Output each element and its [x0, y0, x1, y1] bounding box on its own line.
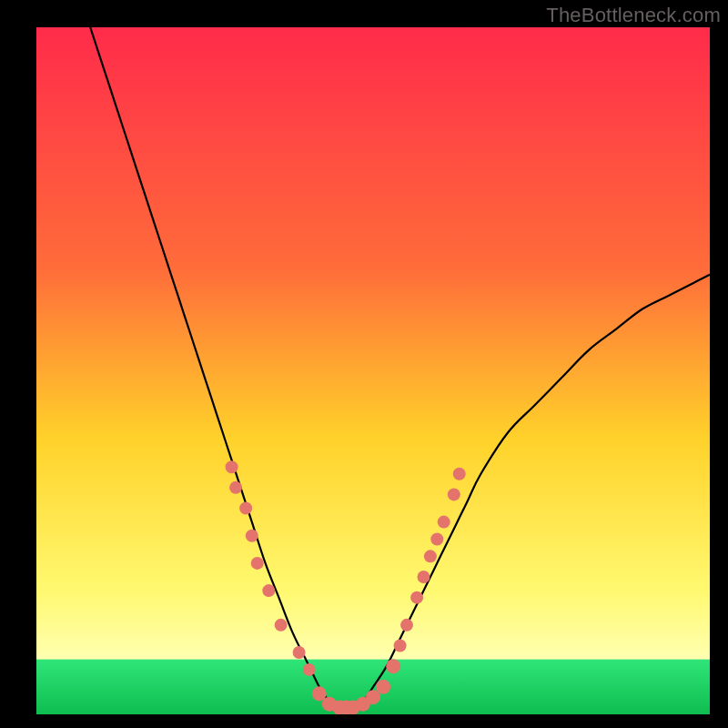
- highlight-dot: [226, 460, 238, 473]
- chart-svg: [36, 27, 710, 714]
- highlight-dot: [251, 557, 264, 570]
- highlight-dot: [229, 481, 242, 494]
- highlight-dot: [275, 619, 288, 632]
- watermark-text: TheBottleneck.com: [546, 4, 721, 27]
- plot-area: [36, 27, 710, 714]
- chart-frame: TheBottleneck.com: [0, 0, 728, 728]
- highlight-dot: [239, 502, 252, 515]
- highlight-dot: [430, 532, 443, 545]
- highlight-dot: [418, 571, 430, 583]
- highlight-dot: [262, 584, 275, 597]
- highlight-dot: [386, 659, 400, 673]
- gradient-background: [36, 27, 710, 714]
- highlight-dot: [448, 488, 460, 500]
- highlight-dot: [293, 646, 306, 659]
- highlight-dot: [303, 663, 316, 676]
- highlight-dot: [424, 550, 437, 562]
- highlight-dot: [400, 619, 413, 632]
- highlight-dot: [376, 680, 390, 694]
- highlight-dot: [453, 468, 466, 480]
- highlight-dot: [394, 640, 407, 652]
- highlight-dot: [246, 530, 258, 542]
- highlight-dot: [410, 592, 423, 604]
- highlight-dot: [438, 516, 450, 529]
